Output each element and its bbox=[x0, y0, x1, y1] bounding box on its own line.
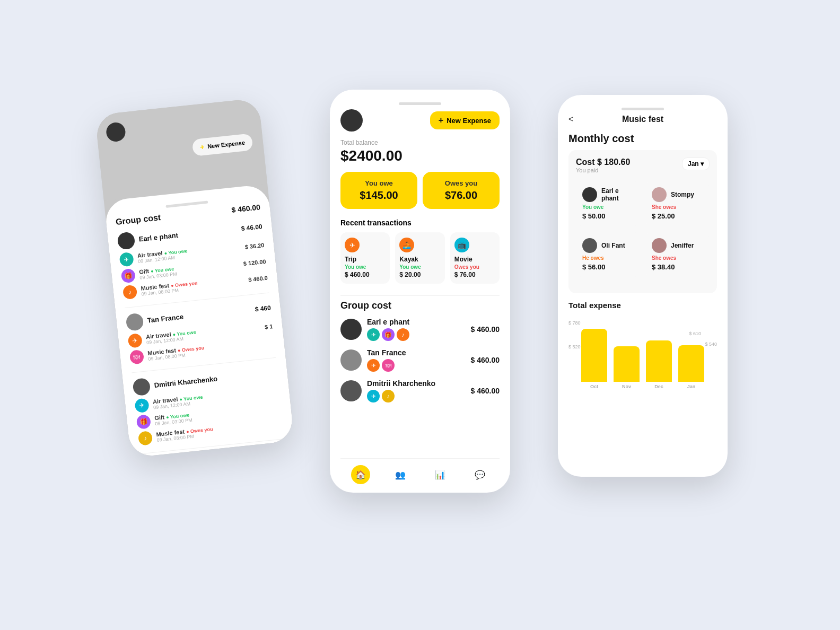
gp-icons-tan: ✈ 🍽 bbox=[367, 359, 466, 372]
people-grid: Earl e phant You owe $ 50.00 Stompy She … bbox=[576, 181, 710, 277]
tx-icon-music2: 🍽 bbox=[129, 349, 145, 364]
rtx-title-trip: Trip bbox=[345, 256, 386, 263]
pc-avatar-stompy bbox=[652, 187, 667, 202]
new-expense-label-middle: New Expense bbox=[447, 117, 491, 125]
avatar-middle-user bbox=[340, 109, 363, 132]
jan-label: Jan bbox=[688, 160, 699, 168]
middle-phone-content: + New Expense Total balance $2400.00 You… bbox=[330, 90, 510, 493]
you-owe-amount: $145.00 bbox=[348, 189, 410, 202]
gp-info-tan: Tan France ✈ 🍽 bbox=[367, 348, 466, 372]
rtx-movie[interactable]: 📺 Movie Owes you $ 76.00 bbox=[450, 232, 500, 284]
tx-icon-airtravel3: ✈ bbox=[134, 398, 150, 413]
rtx-kayak[interactable]: 🚣 Kayak You owe $ 20.00 bbox=[395, 232, 444, 284]
people-card-stompy[interactable]: Stompy She owes $ 25.00 bbox=[645, 181, 710, 226]
left-phone-header: + New Expense bbox=[95, 98, 267, 201]
bottom-nav: 🏠 👥 📊 💬 bbox=[340, 458, 500, 484]
pc-name-stompy: Stompy bbox=[671, 191, 694, 198]
gp-icon-airtravel: ✈ bbox=[367, 328, 380, 341]
tx-icon-music: ♪ bbox=[122, 284, 138, 300]
bar-jan-fill bbox=[678, 345, 704, 382]
gp-icon-airtravel3: ✈ bbox=[367, 390, 380, 402]
recent-transactions-section: Recent transactions ✈ Trip You owe $ 460… bbox=[340, 218, 500, 284]
pc-amount-earl: $ 50.00 bbox=[582, 212, 634, 220]
balance-amount: $2400.00 bbox=[340, 147, 500, 164]
people-card-earl[interactable]: Earl e phant You owe $ 50.00 bbox=[576, 181, 640, 226]
middle-header: + New Expense bbox=[340, 109, 500, 132]
notch-middle bbox=[399, 102, 441, 105]
rtx-title-movie: Movie bbox=[454, 256, 495, 263]
pc-amount-jeniffer: $ 38.40 bbox=[652, 263, 703, 271]
tx-icon-gift: 🎁 bbox=[121, 268, 136, 283]
rtx-icon-kayak: 🚣 bbox=[399, 238, 414, 252]
people-card-jeniffer[interactable]: Jeniffer She owes $ 38.40 bbox=[645, 232, 710, 277]
rtx-trip[interactable]: ✈ Trip You owe $ 460.00 bbox=[340, 232, 390, 284]
gp-amount-tan: $ 460.00 bbox=[471, 356, 500, 364]
group-cost-title-middle: Group cost bbox=[340, 300, 500, 311]
pc-avatar-jeniffer bbox=[652, 238, 667, 253]
back-arrow[interactable]: < bbox=[568, 115, 573, 124]
right-header: < Music fest bbox=[568, 115, 717, 124]
gp-name-tan: Tan France bbox=[367, 348, 466, 357]
bar-chart-container: $ 780 $ 520 $ 610 $ 540 $ 300 Oct bbox=[568, 315, 717, 400]
nav-chat[interactable]: 💬 bbox=[470, 465, 489, 484]
avatar-tan bbox=[125, 312, 144, 331]
group-cost-amount: $ 460.00 bbox=[231, 203, 261, 214]
new-expense-label: New Expense bbox=[207, 139, 246, 150]
phone-left: + New Expense Group cost $ 460.00 Earl e… bbox=[95, 98, 294, 458]
gp-icon-music3: ♪ bbox=[382, 390, 395, 402]
bar-label-jan: Jan bbox=[687, 384, 696, 389]
recent-tx-row: ✈ Trip You owe $ 460.00 🚣 Kayak You owe … bbox=[340, 232, 500, 284]
gp-avatar-tan bbox=[340, 349, 362, 371]
gp-row-dmitrii: Dmitrii Kharchenko ✈ ♪ $ 460.00 bbox=[340, 379, 500, 402]
gp-avatar-earl bbox=[340, 319, 362, 340]
total-expense-section: Total expense $ 780 $ 520 $ 610 $ 540 $ … bbox=[568, 301, 717, 400]
person-card-earl: Earl e phant $ 46.00 ✈ Air travel ● You … bbox=[117, 218, 269, 308]
bar-nov-fill bbox=[614, 346, 640, 382]
pc-header-jeniffer: Jeniffer bbox=[652, 238, 703, 253]
pc-name-oli: Oli Fant bbox=[601, 242, 625, 249]
you-owe-label: You owe bbox=[348, 179, 410, 187]
nav-chart[interactable]: 📊 bbox=[431, 465, 450, 484]
tx-icon-airtravel: ✈ bbox=[119, 251, 134, 267]
gp-icon-gift: 🎁 bbox=[382, 328, 395, 341]
bar-dec-fill bbox=[646, 340, 672, 382]
rtx-status-trip: You owe bbox=[345, 264, 386, 270]
people-card-oli[interactable]: Oli Fant He owes $ 56.00 bbox=[576, 232, 640, 277]
jan-dropdown[interactable]: Jan ▾ bbox=[682, 158, 710, 170]
bar-jan: Jan bbox=[678, 345, 704, 389]
you-owe-card[interactable]: You owe $145.00 bbox=[340, 172, 417, 209]
group-cost-title: Group cost bbox=[115, 213, 161, 227]
rtx-icon-movie: 📺 bbox=[454, 238, 469, 252]
pc-header-earl: Earl e phant bbox=[582, 187, 634, 202]
new-expense-btn-middle[interactable]: + New Expense bbox=[430, 111, 500, 129]
rtx-title-kayak: Kayak bbox=[399, 256, 440, 263]
nav-home[interactable]: 🏠 bbox=[351, 465, 370, 484]
recent-tx-title: Recent transactions bbox=[340, 218, 500, 227]
left-phone-body: Group cost $ 460.00 Earl e phant $ 46.00… bbox=[104, 183, 294, 458]
phone-middle: + New Expense Total balance $2400.00 You… bbox=[330, 90, 510, 493]
owes-you-amount: $76.00 bbox=[430, 189, 492, 202]
pc-amount-oli: $ 56.00 bbox=[582, 263, 634, 271]
phones-container: + New Expense Group cost $ 460.00 Earl e… bbox=[102, 63, 738, 567]
pc-name-jeniffer: Jeniffer bbox=[671, 242, 694, 249]
tx-icon-gift3: 🎁 bbox=[136, 414, 152, 430]
new-expense-btn-left[interactable]: + New Expense bbox=[192, 134, 253, 157]
pc-status-oli: He owes bbox=[582, 255, 634, 261]
pc-name-earl: Earl e phant bbox=[601, 187, 634, 202]
gp-icons-earl: ✈ 🎁 ♪ bbox=[367, 328, 466, 341]
person-name-tan: Tan France bbox=[147, 305, 251, 324]
pc-status-earl: You owe bbox=[582, 204, 634, 210]
owes-you-card[interactable]: Owes you $76.00 bbox=[423, 172, 500, 209]
person-name-earl: Earl e phant bbox=[138, 225, 238, 243]
avatar-earl bbox=[117, 231, 135, 250]
gp-name-dmitrii: Dmitrii Kharchenko bbox=[367, 379, 466, 388]
owes-you-label: Owes you bbox=[430, 179, 492, 187]
rtx-amount-kayak: $ 20.00 bbox=[399, 271, 440, 278]
bar-label-dec: Dec bbox=[654, 384, 663, 389]
nav-people[interactable]: 👥 bbox=[391, 465, 410, 484]
gp-name-earl: Earl e phant bbox=[367, 318, 466, 326]
person-amount-tan: $ 460 bbox=[255, 304, 271, 313]
notch-right bbox=[622, 108, 664, 110]
gp-amount-dmitrii: $ 460.00 bbox=[471, 387, 500, 395]
gp-row-earl: Earl e phant ✈ 🎁 ♪ $ 460.00 bbox=[340, 318, 500, 341]
